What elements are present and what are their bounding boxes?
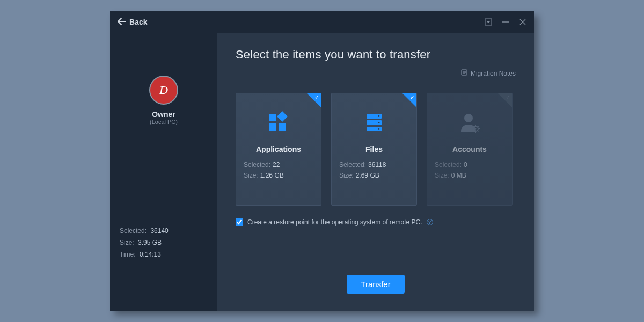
svg-rect-8 bbox=[279, 123, 286, 131]
card-size-label: Size: bbox=[435, 172, 449, 179]
accounts-icon bbox=[435, 105, 504, 140]
stat-size-label: Size: bbox=[120, 239, 134, 246]
card-selected-label: Selected: bbox=[339, 161, 366, 169]
transfer-button[interactable]: Transfer bbox=[347, 275, 404, 294]
check-icon: ✓ bbox=[314, 94, 319, 101]
card-size-value: 0 MB bbox=[451, 172, 466, 179]
avatar: D bbox=[149, 76, 178, 105]
close-icon[interactable] bbox=[519, 18, 526, 26]
back-label: Back bbox=[129, 18, 147, 26]
sidebar-stats: Selected: 36140 Size: 3.95 GB Time: 0:14… bbox=[120, 227, 208, 262]
card-selected-value: 22 bbox=[273, 161, 280, 169]
card-size-label: Size: bbox=[244, 172, 258, 179]
stat-time-value: 0:14:13 bbox=[140, 251, 161, 258]
check-icon: ✓ bbox=[506, 94, 510, 101]
titlebar: Back bbox=[110, 11, 534, 33]
stat-size-value: 3.95 GB bbox=[138, 239, 162, 246]
card-selected-value: 0 bbox=[464, 161, 467, 169]
card-size-label: Size: bbox=[339, 172, 354, 179]
svg-point-14 bbox=[378, 122, 380, 123]
card-selected-value: 36118 bbox=[368, 161, 386, 169]
card-applications[interactable]: ✓ Applications Selected:22 Size:1.26 GB bbox=[236, 93, 321, 206]
svg-point-13 bbox=[378, 115, 380, 117]
owner-sub: (Local PC) bbox=[150, 119, 178, 125]
stat-selected-value: 36140 bbox=[150, 227, 168, 235]
owner-name: Owner bbox=[152, 110, 175, 119]
svg-point-18 bbox=[474, 128, 476, 129]
card-title: Files bbox=[339, 145, 409, 153]
svg-rect-7 bbox=[269, 123, 276, 131]
help-icon[interactable]: ? bbox=[427, 219, 433, 225]
svg-rect-9 bbox=[277, 111, 288, 122]
dropdown-icon[interactable] bbox=[485, 18, 492, 26]
card-size-value: 2.69 GB bbox=[356, 172, 379, 179]
avatar-initial: D bbox=[159, 83, 168, 97]
card-selected-label: Selected: bbox=[435, 161, 462, 169]
app-window: Back D Owner (Local PC) bbox=[110, 11, 534, 311]
svg-point-15 bbox=[378, 128, 380, 130]
check-icon: ✓ bbox=[410, 94, 415, 101]
card-row: ✓ Applications Selected:22 Size:1.26 GB bbox=[236, 93, 516, 206]
main-panel: Select the items you want to transfer Mi… bbox=[217, 33, 534, 311]
card-accounts[interactable]: ✓ Accounts Selected:0 Size:0 MB bbox=[427, 93, 513, 206]
applications-icon bbox=[244, 105, 313, 140]
migration-notes-link[interactable]: Migration Notes bbox=[461, 69, 516, 77]
migration-notes-label: Migration Notes bbox=[471, 70, 516, 77]
minimize-icon[interactable] bbox=[502, 18, 509, 26]
stat-time-label: Time: bbox=[120, 251, 136, 258]
restore-point-label: Create a restore point for the operating… bbox=[247, 218, 422, 226]
card-title: Accounts bbox=[435, 145, 504, 153]
window-controls bbox=[485, 18, 526, 26]
card-size-value: 1.26 GB bbox=[260, 172, 284, 179]
page-title: Select the items you want to transfer bbox=[236, 48, 516, 62]
sidebar: D Owner (Local PC) Selected: 36140 Size:… bbox=[110, 33, 217, 311]
restore-point-row: Create a restore point for the operating… bbox=[236, 218, 516, 226]
svg-rect-6 bbox=[269, 114, 276, 121]
arrow-left-icon bbox=[118, 18, 126, 27]
files-icon bbox=[339, 105, 409, 140]
back-button[interactable]: Back bbox=[118, 18, 147, 27]
card-selected-label: Selected: bbox=[244, 161, 270, 169]
stat-selected-label: Selected: bbox=[120, 227, 147, 235]
notes-icon bbox=[461, 69, 467, 77]
restore-point-checkbox[interactable] bbox=[236, 218, 243, 226]
card-files[interactable]: ✓ Files Selected:36118 bbox=[331, 93, 417, 206]
card-title: Applications bbox=[244, 145, 313, 153]
svg-point-16 bbox=[464, 114, 473, 122]
